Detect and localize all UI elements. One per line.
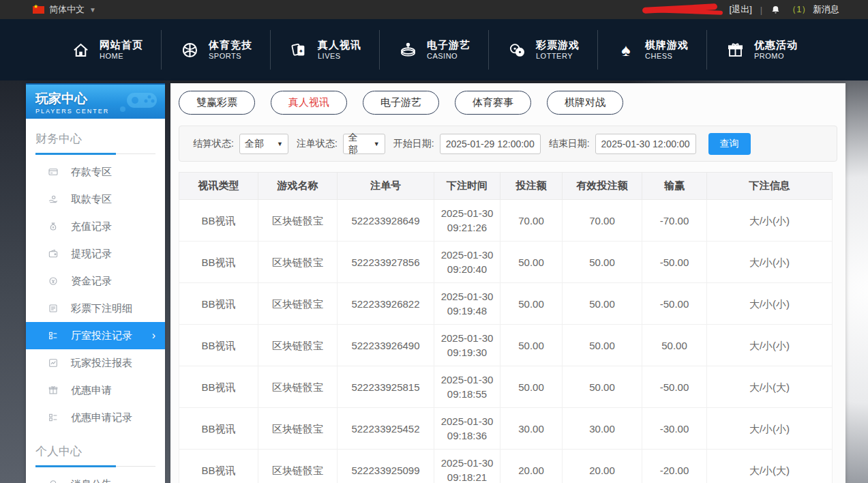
start-date-label: 开始日期: [393, 138, 434, 150]
nav-item-chess[interactable]: ♠ 棋牌游戏CHESS [597, 30, 706, 70]
table-cell: 2025-01-30 09:18:21 [434, 450, 500, 483]
table-cell: 30.00 [500, 408, 563, 450]
sidebar-item-lottery-bet-details[interactable]: 彩票下注明细 [26, 295, 165, 322]
order-status-label: 注单状态: [297, 138, 338, 150]
sidebar: 玩家中心 PLAYERS CENTER 财务中心 存款专区 取款专区 充值记录 … [26, 83, 165, 483]
deposit-card-icon [48, 166, 59, 177]
sidebar-item-promo-apply[interactable]: 优惠申请 [26, 377, 165, 404]
table-row: BB视讯区块链骰宝5222339258152025-01-30 09:18:55… [179, 366, 833, 408]
nav-label-zh: 彩票游戏 [536, 39, 580, 52]
table-cell: 大/小(小) [707, 408, 833, 450]
nav-label-zh: 优惠活动 [754, 39, 798, 52]
sidebar-item-funds-records[interactable]: 资金记录 [26, 267, 165, 295]
caret-down-icon: ▼ [89, 6, 96, 14]
table-cell: 522233927856 [338, 241, 434, 283]
table-cell: 522233925815 [338, 366, 434, 408]
table-row: BB视讯区块链骰宝5222339250992025-01-30 09:18:21… [179, 450, 833, 483]
chart-icon [48, 357, 59, 368]
funds-coin-icon [48, 276, 59, 287]
chevron-right-icon: › [152, 330, 155, 342]
end-date-input[interactable] [595, 134, 696, 154]
nav-label-en: LOTTERY [536, 52, 580, 61]
gift-small-icon [48, 385, 59, 396]
sidebar-item-room-bet-records[interactable]: 厅室投注记录 › [26, 322, 165, 349]
tab-egames[interactable]: 电子游艺 [363, 91, 439, 115]
order-status-select[interactable]: 全部 ▼ [343, 134, 385, 154]
table-cell: -50.00 [642, 366, 707, 408]
header-bet-info: 下注信息 [707, 173, 833, 200]
sidebar-item-label: 优惠申请 [71, 384, 112, 397]
gamepad-graphic-icon [117, 87, 161, 115]
nav-label-en: LIVES [318, 52, 361, 61]
tab-live-video[interactable]: 真人视讯 [271, 91, 347, 115]
sidebar-item-label: 优惠申请记录 [71, 411, 132, 424]
table-cell: 大/小(大) [707, 366, 833, 408]
sidebar-item-label: 消息公告 [71, 478, 112, 483]
document-icon [48, 303, 59, 314]
category-tabs: 雙赢彩票 真人视讯 电子游艺 体育赛事 棋牌对战 [179, 91, 837, 115]
nav-item-casino[interactable]: 电子游艺CASINO [379, 30, 488, 70]
sidebar-item-withdraw[interactable]: 取款专区 [26, 186, 165, 213]
table-cell: 2025-01-30 09:18:55 [434, 366, 500, 408]
header-bet-time: 下注时间 [434, 173, 500, 200]
sidebar-item-deposit[interactable]: 存款专区 [26, 158, 165, 186]
start-date-input[interactable] [440, 134, 541, 154]
table-row: BB视讯区块链骰宝5222339254522025-01-30 09:18:36… [179, 408, 833, 450]
table-cell: 50.00 [500, 366, 563, 408]
list-icon [48, 330, 59, 341]
caret-down-icon: ▼ [277, 141, 283, 147]
table-cell: 大/小(小) [707, 200, 833, 241]
table-cell: BB视讯 [179, 241, 258, 283]
table-cell: 50.00 [500, 241, 563, 283]
nav-label-en: SPORTS [209, 52, 252, 61]
nav-label-zh: 网站首页 [100, 39, 143, 52]
nav-item-lottery[interactable]: 彩票游戏LOTTERY [488, 30, 597, 70]
table-cell: 522233925452 [338, 408, 434, 450]
sidebar-item-withdrawal-records[interactable]: 提现记录 [26, 240, 165, 267]
sidebar-item-recharge-records[interactable]: 充值记录 [26, 213, 165, 240]
nav-label-zh: 体育竞技 [209, 39, 252, 52]
settle-status-select[interactable]: 全部 ▼ [239, 134, 288, 154]
table-cell: 区块链骰宝 [258, 366, 338, 408]
redacted-username [642, 4, 723, 15]
table-cell: BB视讯 [179, 283, 258, 325]
search-button[interactable]: 查询 [708, 133, 751, 155]
sidebar-item-label: 厅室投注记录 [71, 330, 132, 342]
table-cell: 50.00 [642, 325, 707, 366]
sidebar-item-player-bet-report[interactable]: 玩家投注报表 [26, 349, 165, 377]
language-selector[interactable]: 简体中文 ▼ [33, 3, 96, 16]
order-status-value: 全部 [348, 132, 367, 156]
sidebar-item-promo-apply-records[interactable]: 优惠申请记录 [26, 404, 165, 431]
sidebar-item-label: 彩票下注明细 [71, 302, 132, 315]
table-cell: 区块链骰宝 [258, 325, 338, 366]
table-cell: 区块链骰宝 [258, 450, 338, 483]
nav-item-sports[interactable]: 体育竞技SPORTS [161, 30, 270, 70]
bell-icon[interactable] [770, 5, 781, 15]
table-cell: BB视讯 [179, 450, 258, 483]
sidebar-item-label: 取款专区 [71, 193, 112, 206]
bell-small-icon [48, 479, 59, 483]
table-cell: 50.00 [563, 325, 642, 366]
message-link[interactable]: （1） 新消息 [788, 3, 839, 16]
nav-item-promo[interactable]: 优惠活动PROMO [706, 30, 815, 70]
sidebar-item-label: 充值记录 [71, 220, 112, 233]
nav-item-lives[interactable]: ♠ 真人视讯LIVES [270, 30, 379, 70]
nav-label-zh: 真人视讯 [318, 39, 361, 52]
table-cell: 大/小(小) [707, 283, 833, 325]
sidebar-item-announcements[interactable]: 消息公告 [26, 471, 165, 483]
tab-sports[interactable]: 体育赛事 [455, 91, 531, 115]
roulette-icon [398, 40, 418, 60]
nav-item-home[interactable]: 网站首页HOME [53, 30, 161, 70]
table-cell: 30.00 [563, 408, 642, 450]
table-cell: 50.00 [500, 283, 563, 325]
tab-lottery[interactable]: 雙赢彩票 [179, 91, 255, 115]
table-cell: 50.00 [563, 241, 642, 283]
header-game-name: 游戏名称 [258, 173, 338, 200]
table-cell: 522233925099 [338, 450, 434, 483]
tab-chess[interactable]: 棋牌对战 [547, 91, 623, 115]
nav-label-en: HOME [100, 52, 143, 61]
table-row: BB视讯区块链骰宝5222339286492025-01-30 09:21:26… [179, 200, 833, 241]
table-cell: 522233926490 [338, 325, 434, 366]
logout-link[interactable]: [退出] [730, 3, 752, 16]
section-title-personal: 个人中心 [35, 443, 155, 467]
